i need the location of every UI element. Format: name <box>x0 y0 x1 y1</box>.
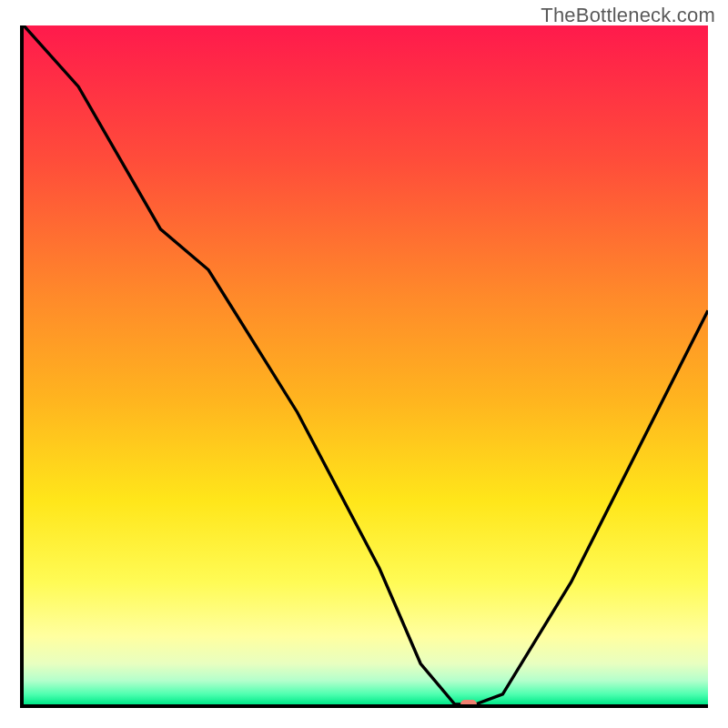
optimal-point-marker <box>460 700 477 708</box>
watermark-text: TheBottleneck.com <box>541 4 715 27</box>
bottleneck-curve <box>24 25 708 704</box>
bottleneck-chart: TheBottleneck.com <box>0 0 728 728</box>
curve-path <box>24 25 708 704</box>
plot-area <box>20 25 708 708</box>
